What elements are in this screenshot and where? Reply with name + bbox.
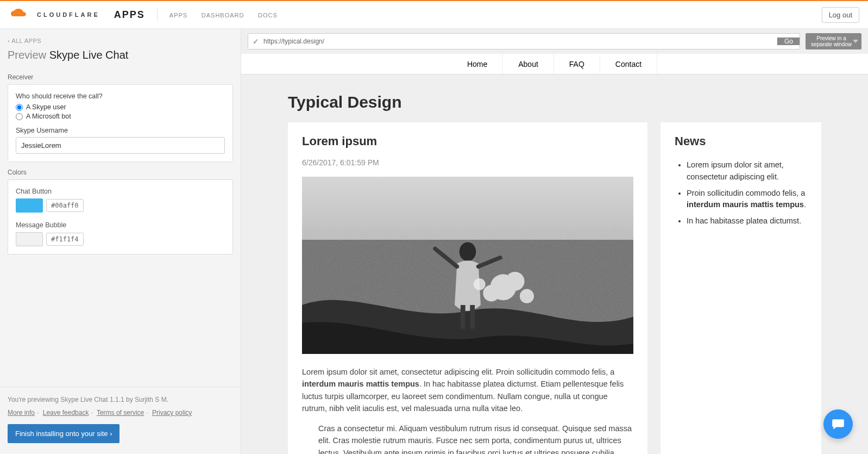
leave-feedback-link[interactable]: Leave feedback [43, 409, 89, 416]
para2: Cras a consectetur mi. Aliquam vestibulu… [302, 422, 633, 454]
svg-point-7 [506, 272, 525, 291]
apps-title[interactable]: APPS [114, 9, 145, 21]
site-body: Typical Design Lorem ipsum 6/26/2017, 6:… [241, 74, 868, 454]
site-nav-about[interactable]: About [502, 54, 553, 74]
preview-heading: Preview Skype Live Chat [8, 49, 233, 61]
news-card: News Lorem ipsum dolor sit amet, consect… [661, 122, 821, 454]
radio-skype-user[interactable]: A Skype user [16, 103, 225, 111]
header: CLOUDFLARE APPS APPS DASHBOARD DOCS Log … [0, 1, 868, 29]
message-bubble-swatch[interactable] [16, 232, 43, 246]
news-item: Lorem ipsum dolor sit amet, consectetur … [687, 159, 807, 183]
chat-button-swatch[interactable] [16, 198, 43, 213]
colors-panel: Chat Button #00aff0 Message Bubble #f1f1… [8, 179, 233, 254]
chat-button-hex[interactable]: #00aff0 [46, 199, 84, 212]
brand-word: CLOUDFLARE [37, 11, 100, 18]
colors-label: Colors [8, 162, 233, 179]
nav-dashboard[interactable]: DASHBOARD [202, 12, 244, 18]
cloudflare-logo[interactable]: CLOUDFLARE [9, 9, 100, 21]
nav-apps[interactable]: APPS [169, 12, 187, 18]
app-name: Skype Live Chat [49, 49, 129, 61]
check-icon: ✓ [248, 37, 263, 46]
svg-rect-5 [470, 305, 475, 329]
site-title: Typical Design [288, 93, 821, 111]
news-title: News [675, 134, 807, 148]
svg-point-3 [460, 242, 476, 262]
logout-button[interactable]: Log out [822, 7, 859, 23]
who-label: Who should receive the call? [16, 92, 225, 100]
chat-icon [831, 417, 845, 431]
para1-a: Lorem ipsum dolor sit amet, consectetur … [302, 368, 614, 376]
svg-rect-0 [302, 177, 633, 240]
site-nav-faq[interactable]: FAQ [553, 54, 600, 74]
radio-skype-input[interactable] [16, 104, 23, 111]
site-nav: Home About FAQ Contact [241, 54, 868, 74]
site-nav-home[interactable]: Home [452, 54, 502, 74]
divider [157, 8, 158, 21]
cloud-icon [9, 9, 34, 21]
sidebar-footer: You're previewing Skype Live Chat 1.1.1 … [0, 387, 241, 454]
para1-b: interdum mauris mattis tempus [302, 380, 419, 388]
post-date: 6/26/2017, 6:01:59 PM [302, 158, 633, 167]
preview-prefix: Preview [8, 49, 49, 61]
radio-ms-bot[interactable]: A Microsoft bot [16, 113, 225, 120]
terms-link[interactable]: Terms of service [97, 409, 144, 416]
radio-bot-input[interactable] [16, 113, 23, 120]
message-bubble-label: Message Bubble [16, 221, 225, 229]
separate-window-button[interactable]: Preview in a separate window [806, 33, 861, 49]
username-label: Skype Username [16, 127, 225, 134]
url-bar: ✓ Go [248, 33, 800, 49]
sep-l2: separate window [811, 41, 852, 47]
radio-skype-label: A Skype user [26, 103, 66, 111]
news-list: Lorem ipsum dolor sit amet, consectetur … [675, 159, 807, 227]
url-input[interactable] [263, 38, 777, 45]
svg-point-9 [520, 289, 534, 303]
chat-fab[interactable] [823, 409, 853, 439]
message-bubble-hex[interactable]: #f1f1f4 [46, 233, 84, 246]
receiver-panel: Who should receive the call? A Skype use… [8, 84, 233, 162]
all-apps-link[interactable]: ALL APPS [8, 38, 41, 44]
news-item: Proin sollicitudin commodo felis, a inte… [687, 188, 807, 212]
post-title: Lorem ipsum [302, 134, 633, 148]
header-nav: APPS DASHBOARD DOCS [169, 11, 290, 19]
news-item: In hac habitasse platea dictumst. [687, 215, 807, 227]
svg-point-10 [474, 278, 486, 290]
sidebar: ALL APPS Preview Skype Live Chat Receive… [0, 29, 241, 454]
more-info-link[interactable]: More info [8, 409, 35, 416]
privacy-link[interactable]: Privacy policy [152, 409, 192, 416]
post-body: Lorem ipsum dolor sit amet, consectetur … [302, 366, 633, 454]
footer-info: You're previewing Skype Live Chat 1.1.1 … [8, 396, 233, 403]
sep-l1: Preview in a [816, 35, 846, 41]
post-image [302, 177, 633, 354]
preview-area: ✓ Go Preview in a separate window Home A… [241, 29, 868, 454]
svg-rect-4 [461, 305, 466, 329]
install-button[interactable]: Finish installing onto your site › [8, 424, 119, 443]
article-card: Lorem ipsum 6/26/2017, 6:01:59 PM [288, 122, 647, 454]
footer-links: More info· Leave feedback· Terms of serv… [8, 409, 233, 416]
site-nav-contact[interactable]: Contact [600, 54, 657, 74]
receiver-label: Receiver [8, 67, 233, 84]
username-input[interactable] [16, 137, 225, 154]
go-button[interactable]: Go [777, 38, 800, 45]
radio-bot-label: A Microsoft bot [26, 113, 71, 120]
svg-point-8 [483, 285, 500, 302]
nav-docs[interactable]: DOCS [258, 12, 278, 18]
chat-button-label: Chat Button [16, 188, 225, 195]
